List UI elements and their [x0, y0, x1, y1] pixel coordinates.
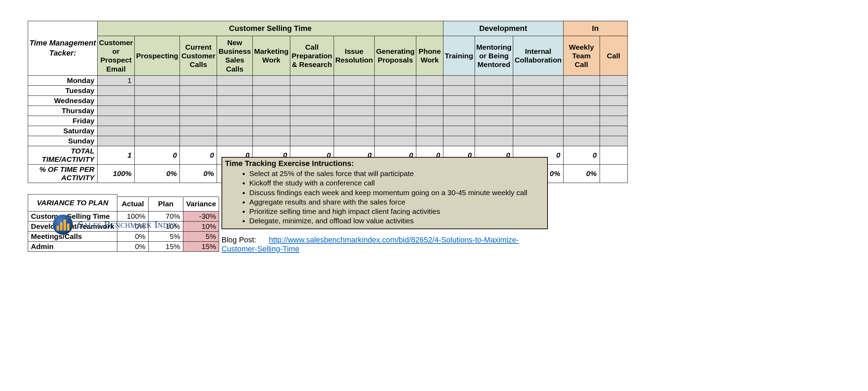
data-cell[interactable]	[416, 136, 443, 146]
data-cell[interactable]	[98, 116, 135, 126]
data-cell[interactable]	[217, 126, 252, 136]
data-cell[interactable]	[252, 106, 290, 116]
data-cell[interactable]	[513, 85, 563, 95]
data-cell[interactable]	[416, 106, 443, 116]
data-cell[interactable]	[290, 116, 334, 126]
data-cell[interactable]	[334, 95, 375, 106]
data-cell[interactable]	[375, 136, 416, 146]
data-cell[interactable]	[443, 126, 475, 136]
data-cell[interactable]	[443, 136, 475, 146]
data-cell[interactable]	[180, 126, 217, 136]
data-cell[interactable]	[180, 106, 217, 116]
total-cell	[600, 146, 627, 164]
data-cell[interactable]	[334, 85, 375, 95]
data-cell[interactable]	[290, 106, 334, 116]
data-cell[interactable]	[475, 106, 513, 116]
data-cell[interactable]	[252, 116, 290, 126]
data-cell[interactable]	[252, 85, 290, 95]
data-cell[interactable]	[135, 136, 180, 146]
data-cell[interactable]	[135, 95, 180, 106]
data-cell[interactable]	[475, 95, 513, 106]
data-cell[interactable]	[600, 75, 627, 85]
data-cell[interactable]	[180, 136, 217, 146]
data-cell[interactable]	[600, 126, 627, 136]
data-cell[interactable]	[290, 85, 334, 95]
data-cell[interactable]	[563, 95, 600, 106]
data-cell[interactable]	[180, 85, 217, 95]
data-cell[interactable]	[98, 136, 135, 146]
data-cell[interactable]	[416, 75, 443, 85]
data-cell[interactable]	[375, 75, 416, 85]
data-cell[interactable]	[475, 85, 513, 95]
data-cell[interactable]	[135, 106, 180, 116]
data-cell[interactable]	[563, 116, 600, 126]
data-cell[interactable]	[252, 126, 290, 136]
data-cell[interactable]	[334, 75, 375, 85]
data-cell[interactable]	[475, 116, 513, 126]
data-cell[interactable]	[98, 85, 135, 95]
data-cell[interactable]	[600, 95, 627, 106]
data-cell[interactable]	[375, 116, 416, 126]
data-cell[interactable]	[252, 136, 290, 146]
data-cell[interactable]	[443, 85, 475, 95]
data-cell[interactable]	[290, 126, 334, 136]
data-cell[interactable]	[513, 126, 563, 136]
data-cell[interactable]	[217, 95, 252, 106]
data-cell[interactable]	[217, 106, 252, 116]
data-cell[interactable]	[135, 85, 180, 95]
data-cell[interactable]	[334, 106, 375, 116]
data-cell[interactable]	[217, 136, 252, 146]
data-cell[interactable]	[475, 75, 513, 85]
data-cell[interactable]	[217, 75, 252, 85]
data-cell[interactable]	[600, 136, 627, 146]
data-cell[interactable]	[443, 106, 475, 116]
data-cell[interactable]	[180, 116, 217, 126]
data-cell[interactable]	[252, 75, 290, 85]
data-cell[interactable]	[513, 106, 563, 116]
data-cell[interactable]	[217, 85, 252, 95]
data-cell[interactable]	[563, 126, 600, 136]
data-cell[interactable]	[135, 75, 180, 85]
data-cell[interactable]	[443, 75, 475, 85]
data-cell[interactable]	[563, 75, 600, 85]
data-cell[interactable]	[600, 106, 627, 116]
data-cell[interactable]	[563, 136, 600, 146]
data-cell[interactable]	[513, 136, 563, 146]
data-cell[interactable]	[563, 85, 600, 95]
data-cell[interactable]	[600, 85, 627, 95]
data-cell[interactable]	[513, 116, 563, 126]
data-cell[interactable]	[135, 126, 180, 136]
data-cell[interactable]	[443, 116, 475, 126]
data-cell[interactable]	[513, 75, 563, 85]
data-cell[interactable]	[290, 136, 334, 146]
data-cell[interactable]	[375, 95, 416, 106]
data-cell[interactable]	[563, 106, 600, 116]
data-cell[interactable]	[443, 95, 475, 106]
data-cell[interactable]	[217, 116, 252, 126]
data-cell[interactable]	[290, 75, 334, 85]
data-cell[interactable]	[180, 75, 217, 85]
data-cell[interactable]	[98, 106, 135, 116]
data-cell[interactable]	[416, 95, 443, 106]
data-cell[interactable]	[290, 95, 334, 106]
data-cell[interactable]	[334, 126, 375, 136]
data-cell[interactable]	[475, 136, 513, 146]
data-cell[interactable]	[98, 95, 135, 106]
day-row: Sunday	[28, 136, 628, 146]
data-cell[interactable]	[475, 126, 513, 136]
data-cell[interactable]: 1	[98, 75, 135, 85]
data-cell[interactable]	[416, 116, 443, 126]
data-cell[interactable]	[135, 116, 180, 126]
data-cell[interactable]	[98, 126, 135, 136]
data-cell[interactable]	[334, 116, 375, 126]
data-cell[interactable]	[375, 85, 416, 95]
data-cell[interactable]	[375, 106, 416, 116]
data-cell[interactable]	[416, 85, 443, 95]
data-cell[interactable]	[180, 95, 217, 106]
data-cell[interactable]	[600, 116, 627, 126]
data-cell[interactable]	[375, 126, 416, 136]
data-cell[interactable]	[252, 95, 290, 106]
data-cell[interactable]	[513, 95, 563, 106]
data-cell[interactable]	[416, 126, 443, 136]
data-cell[interactable]	[334, 136, 375, 146]
